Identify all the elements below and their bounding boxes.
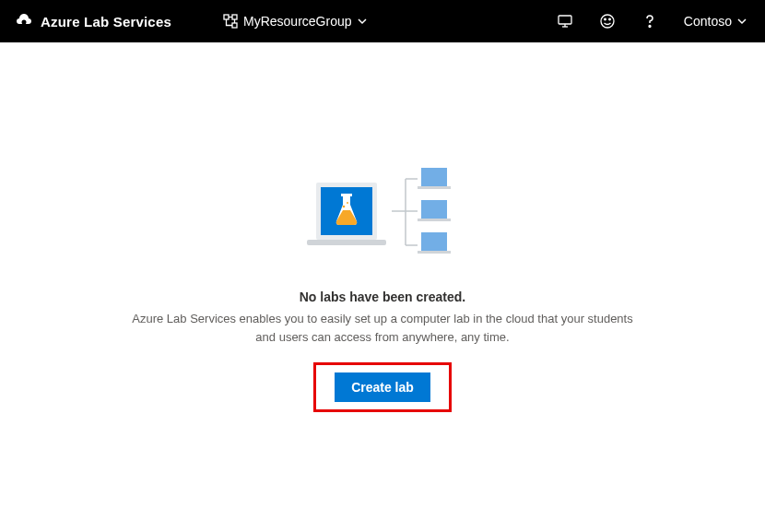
chevron-down-icon (358, 17, 367, 26)
header-right-group: Contoso (557, 13, 750, 30)
svg-rect-4 (559, 16, 571, 24)
svg-rect-12 (341, 194, 352, 196)
device-icon[interactable] (557, 13, 573, 30)
svg-point-5 (601, 15, 614, 28)
svg-point-8 (649, 26, 651, 28)
top-header: Azure Lab Services MyResourceGroup (0, 0, 765, 42)
resource-group-selector[interactable]: MyResourceGroup (223, 14, 367, 29)
svg-point-7 (609, 18, 611, 20)
resource-group-name: MyResourceGroup (243, 14, 352, 29)
svg-rect-9 (307, 240, 386, 245)
svg-rect-19 (421, 232, 447, 251)
account-name: Contoso (684, 14, 732, 29)
header-left-group: Azure Lab Services (15, 12, 171, 30)
svg-point-6 (605, 18, 606, 20)
svg-point-0 (22, 20, 27, 25)
resource-group-icon (223, 14, 238, 29)
product-logo-icon (15, 12, 33, 30)
empty-state-illustration (300, 162, 465, 264)
account-dropdown[interactable]: Contoso (684, 14, 750, 29)
svg-rect-18 (418, 219, 451, 221)
svg-rect-15 (421, 168, 447, 186)
svg-rect-20 (418, 251, 451, 254)
main-content: No labs have been created. Azure Lab Ser… (0, 42, 765, 412)
svg-point-13 (343, 206, 346, 208)
highlight-box: Create lab (313, 362, 452, 412)
svg-rect-1 (224, 15, 229, 19)
svg-rect-17 (421, 200, 447, 219)
svg-point-14 (347, 202, 348, 204)
chevron-down-icon (737, 17, 747, 26)
help-icon[interactable] (641, 13, 658, 30)
empty-state-title: No labs have been created. (300, 290, 466, 304)
product-name: Azure Lab Services (41, 14, 171, 30)
create-lab-button[interactable]: Create lab (335, 372, 430, 402)
svg-rect-2 (232, 15, 237, 19)
empty-state-description: Azure Lab Services enables you to easily… (124, 310, 641, 346)
svg-rect-3 (232, 23, 237, 28)
svg-rect-16 (418, 186, 451, 189)
feedback-smiley-icon[interactable] (599, 13, 616, 30)
